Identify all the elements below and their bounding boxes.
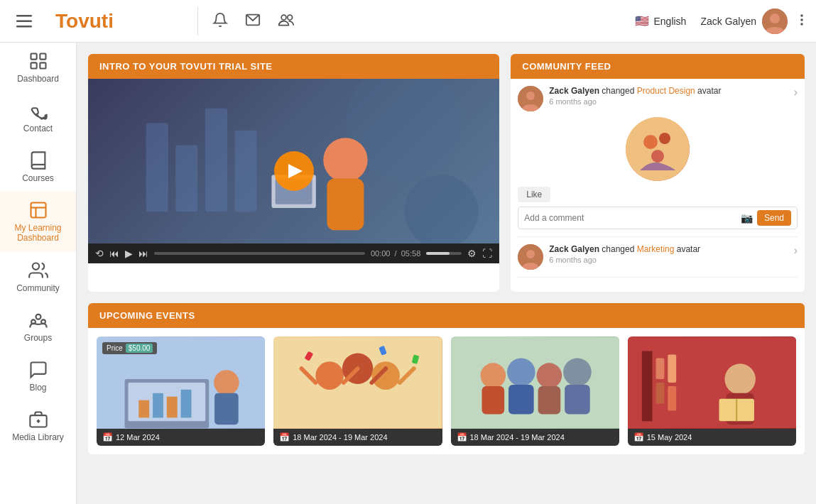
feed-item-1: Zack Galyen changed Product Design avata… [518, 86, 798, 237]
volume-fill [426, 252, 450, 255]
next-button[interactable]: ⏭ [138, 248, 148, 259]
fullscreen-button[interactable]: ⛶ [482, 248, 492, 259]
event-image-2 [273, 336, 442, 429]
flag-icon: 🇺🇸 [635, 14, 649, 28]
svg-rect-49 [181, 390, 192, 418]
feed-suffix-1: avatar [697, 86, 721, 96]
events-section: UPCOMING EVENTS [88, 303, 805, 454]
event-footer-3: 📅 18 Mar 2024 - 19 Mar 2024 [451, 429, 619, 446]
media-library-icon [28, 410, 48, 429]
svg-point-64 [480, 363, 506, 388]
mail-icon[interactable] [245, 12, 261, 31]
sidebar-item-courses[interactable]: Courses [0, 142, 76, 192]
svg-rect-77 [668, 386, 676, 411]
camera-icon-1[interactable]: 📷 [741, 212, 753, 224]
svg-rect-27 [205, 109, 227, 212]
settings-button[interactable]: ⚙ [467, 248, 477, 259]
event-card-3[interactable]: 📅 18 Mar 2024 - 19 Mar 2024 [451, 336, 619, 446]
feed-item-header: Zack Galyen changed Product Design avata… [518, 86, 798, 111]
sidebar-item-groups[interactable]: Groups [0, 302, 76, 351]
my-learning-icon [28, 200, 48, 220]
feed-avatar-1 [518, 86, 543, 111]
send-button-1[interactable]: Send [757, 210, 791, 226]
feed-chevron-2[interactable]: › [794, 244, 798, 257]
event-card-2[interactable]: 📅 18 Mar 2024 - 19 Mar 2024 [273, 336, 442, 446]
sidebar-label-contact: Contact [23, 124, 53, 133]
svg-rect-47 [153, 393, 163, 418]
video-container[interactable]: ⟲ ⏮ ▶ ⏭ 00:00 / 05:58 ⚙ [88, 79, 499, 263]
event-image-3 [451, 336, 619, 429]
menu-icon [16, 15, 32, 28]
divider [197, 7, 198, 35]
feed-action-2: changed [602, 244, 636, 254]
community-feed-body: Zack Galyen changed Product Design avata… [511, 79, 805, 292]
svg-rect-25 [146, 123, 168, 212]
svg-point-78 [724, 363, 755, 394]
sidebar-item-media-library[interactable]: Media Library [0, 401, 76, 451]
feed-item-2: Zack Galyen changed Marketing avatar 6 m… [518, 244, 798, 278]
feed-link-1[interactable]: Product Design [637, 86, 695, 96]
feed-image-svg-1 [626, 117, 690, 181]
user-name: Zack Galyen [700, 16, 756, 27]
svg-rect-46 [138, 400, 149, 418]
svg-point-42 [526, 250, 535, 258]
svg-rect-76 [668, 354, 676, 383]
svg-rect-2 [16, 26, 32, 28]
sidebar-item-my-learning[interactable]: My Learning Dashboard [0, 192, 76, 252]
sidebar-label-dashboard: Dashboard [17, 74, 59, 84]
svg-point-65 [507, 358, 535, 386]
feed-avatar-2 [518, 244, 543, 270]
svg-rect-26 [175, 146, 197, 212]
event-date-4: 15 May 2024 [647, 433, 692, 442]
feed-time-1: 6 months ago [549, 97, 788, 106]
svg-point-39 [659, 133, 670, 144]
prev-button[interactable]: ⏮ [109, 248, 119, 259]
progress-bar[interactable] [154, 252, 365, 255]
event-svg-2 [273, 336, 442, 429]
play-button[interactable] [274, 151, 314, 191]
svg-rect-51 [214, 393, 239, 424]
user-info[interactable]: Zack Galyen [700, 9, 788, 34]
svg-rect-32 [327, 178, 364, 230]
like-button-1[interactable]: Like [518, 187, 550, 202]
comment-box-1: 📷 Send [518, 207, 798, 229]
svg-point-67 [563, 358, 592, 386]
events-grid: Price $50.00 📅 12 Mar 2024 [88, 328, 805, 454]
volume-bar[interactable] [426, 252, 462, 255]
sidebar-label-my-learning: My Learning Dashboard [3, 223, 73, 243]
top-section: INTRO TO YOUR TOVUTI TRIAL SITE [88, 54, 805, 292]
price-value-1: $50.00 [126, 344, 153, 353]
feed-time-2: 6 months ago [549, 256, 788, 264]
sidebar-item-contact[interactable]: Contact [0, 92, 76, 142]
event-image-1: Price $50.00 [97, 336, 265, 429]
feed-image-1 [626, 117, 690, 181]
sidebar-item-community[interactable]: Community [0, 252, 76, 302]
feed-action-1: changed [602, 86, 636, 96]
video-panel: INTRO TO YOUR TOVUTI TRIAL SITE [88, 54, 499, 292]
event-card-1[interactable]: Price $50.00 📅 12 Mar 2024 [97, 336, 265, 446]
svg-point-37 [626, 117, 690, 181]
svg-rect-71 [565, 385, 590, 415]
comment-input-1[interactable] [524, 213, 736, 223]
svg-point-5 [288, 15, 293, 20]
svg-point-66 [536, 363, 562, 388]
svg-rect-14 [40, 62, 45, 68]
feed-link-2[interactable]: Marketing [637, 244, 675, 254]
more-button[interactable] [795, 13, 809, 30]
feed-item-header-2: Zack Galyen changed Marketing avatar 6 m… [518, 244, 798, 270]
play-pause-button[interactable]: ▶ [125, 248, 133, 259]
language-selector[interactable]: 🇺🇸 English [635, 14, 686, 28]
rewind-button[interactable]: ⟲ [95, 248, 104, 259]
contact-icon [28, 101, 48, 121]
feed-chevron-1[interactable]: › [794, 86, 798, 99]
notification-icon[interactable] [212, 12, 228, 31]
community-icon [28, 261, 48, 280]
svg-point-18 [32, 263, 38, 269]
event-card-4[interactable]: 📅 15 May 2024 [628, 336, 796, 446]
hamburger-button[interactable] [0, 15, 48, 28]
people-icon[interactable] [278, 12, 295, 31]
svg-rect-28 [234, 131, 256, 212]
community-panel: COMMUNITY FEED Zack Galyen [511, 54, 805, 292]
sidebar-item-dashboard[interactable]: Dashboard [0, 43, 76, 92]
sidebar-item-blog[interactable]: Blog [0, 351, 76, 401]
